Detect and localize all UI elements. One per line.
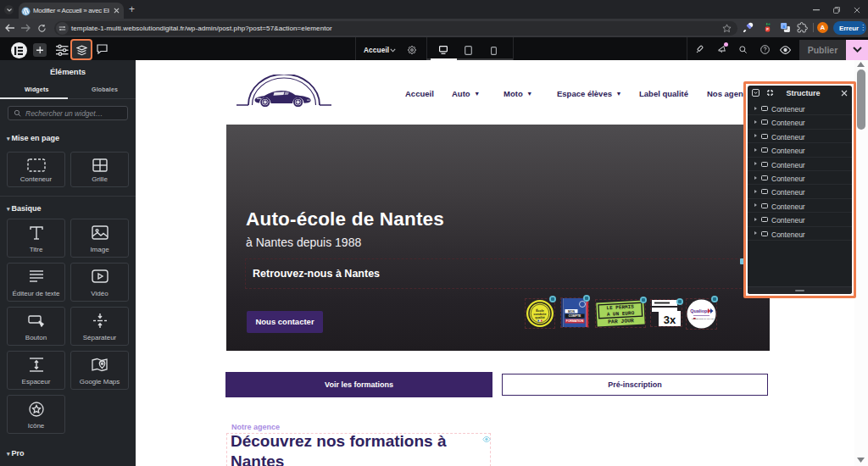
- svg-text:FORMATION: FORMATION: [566, 319, 584, 323]
- svg-text:F: F: [766, 27, 769, 31]
- svg-text:a: a: [782, 25, 785, 29]
- svg-text:3x: 3x: [664, 313, 676, 326]
- svg-text:MON: MON: [568, 310, 575, 313]
- svg-text:Qualiopi: Qualiopi: [690, 308, 709, 313]
- svg-text:qualité: qualité: [535, 316, 545, 319]
- svg-text:COMPTE: COMPTE: [569, 314, 581, 318]
